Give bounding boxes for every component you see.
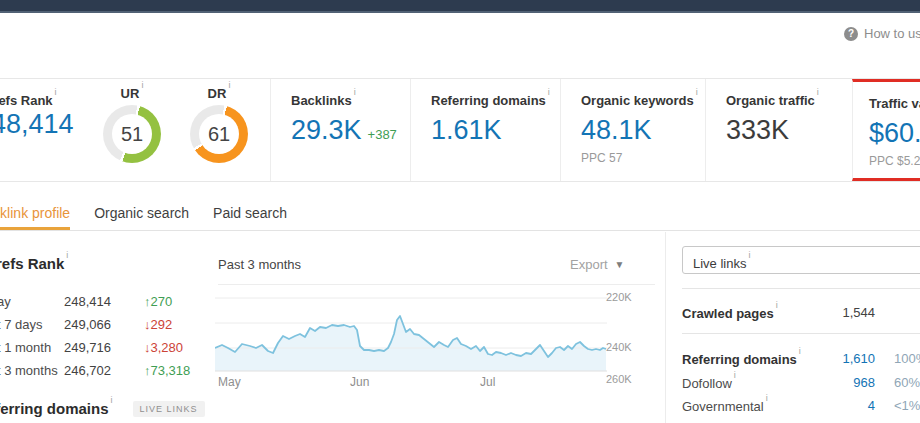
backlinks-delta: +387 bbox=[368, 127, 397, 142]
traffic-value-value[interactable]: $60.5K bbox=[869, 118, 920, 149]
export-button[interactable]: Export ▼ bbox=[570, 257, 624, 272]
rank-change: ↑270 bbox=[144, 294, 172, 309]
ahrefs-rank-value[interactable]: 248,414 bbox=[0, 109, 74, 140]
live-links-filter-dropdown[interactable]: Live linksi bbox=[682, 246, 920, 274]
organic-keywords-label: Organic keywordsi bbox=[581, 92, 705, 108]
referring-domains-row: Referring domainsi 1,610 100% bbox=[682, 351, 920, 367]
crawled-pages-row: Crawled pagesi 1,544 bbox=[682, 305, 920, 321]
metric-traffic-value-highlighted: Traffic valuei $60.5K PPC $5.2K bbox=[852, 79, 920, 181]
chart-period-label: Past 3 months bbox=[218, 257, 301, 272]
y-tick-240k: 240K bbox=[606, 341, 632, 353]
info-icon: i bbox=[66, 250, 68, 260]
y-tick-220k: 220K bbox=[606, 291, 632, 303]
ahrefs-rank-label: Ahrefs Ranki bbox=[0, 92, 57, 108]
tab-organic-search[interactable]: Organic search bbox=[94, 197, 189, 230]
info-icon: i bbox=[354, 87, 356, 97]
how-to-use-link[interactable]: ? How to use bbox=[844, 26, 920, 41]
how-to-use-label: How to use bbox=[864, 26, 920, 41]
tab-backlink-profile[interactable]: Backlink profile bbox=[0, 197, 70, 230]
metric-organic-traffic: Organic traffici 333K bbox=[705, 79, 852, 181]
rank-history-chart bbox=[215, 293, 607, 378]
right-panel-divider bbox=[682, 333, 920, 334]
rank-change: ↓292 bbox=[144, 317, 172, 332]
info-icon: i bbox=[111, 395, 113, 405]
metric-ahrefs-rank: Ahrefs Ranki 248,414 URi 51 DRi 61 bbox=[0, 79, 270, 181]
info-icon: i bbox=[696, 87, 698, 97]
ahrefs-rank-section-title: Ahrefs Ranki bbox=[0, 255, 68, 272]
y-tick-260k: 260K bbox=[606, 373, 632, 385]
x-tick-jun: Jun bbox=[350, 375, 369, 389]
info-icon: i bbox=[228, 80, 230, 90]
dr-gauge: DRi 61 bbox=[189, 85, 249, 163]
referring-domains-section-header: Referring domainsi LIVE LINKS bbox=[0, 400, 205, 417]
dr-donut-chart: 61 bbox=[190, 105, 248, 163]
dofollow-pct: 60% bbox=[894, 375, 920, 390]
chevron-down-icon: ▼ bbox=[615, 259, 625, 270]
governmental-pct: <1% bbox=[894, 398, 920, 413]
ur-value: 51 bbox=[112, 114, 152, 154]
info-icon: i bbox=[748, 250, 750, 260]
rank-row-1-month: Last 1 month 249,716 ↓3,280 bbox=[0, 336, 190, 359]
governmental-count-link[interactable]: 4 bbox=[802, 398, 875, 413]
referring-domains-value[interactable]: 1.61K bbox=[431, 115, 560, 146]
backlinks-label: Backlinksi bbox=[291, 92, 410, 108]
metric-referring-domains: Referring domainsi 1.61K bbox=[410, 79, 560, 181]
organic-keywords-value[interactable]: 48.1K bbox=[581, 115, 705, 146]
right-panel-divider bbox=[682, 288, 920, 289]
question-circle-icon: ? bbox=[844, 27, 858, 41]
top-navigation-bar bbox=[0, 0, 920, 13]
metric-backlinks: Backlinksi 29.3K+387 bbox=[270, 79, 410, 181]
referring-domains-pct: 100% bbox=[894, 351, 920, 366]
governmental-row: Governmentali 4 <1% bbox=[682, 398, 920, 414]
tab-paid-search[interactable]: Paid search bbox=[213, 197, 287, 230]
ur-label: URi bbox=[102, 85, 162, 101]
dr-value: 61 bbox=[199, 114, 239, 154]
traffic-value-label: Traffic valuei bbox=[869, 95, 920, 111]
live-links-badge: LIVE LINKS bbox=[133, 401, 205, 417]
section-tabs: Backlink profile Organic search Paid sea… bbox=[0, 197, 920, 231]
dr-label: DRi bbox=[189, 85, 249, 101]
backlinks-value[interactable]: 29.3K+387 bbox=[291, 115, 410, 146]
referring-domains-count-link[interactable]: 1,610 bbox=[802, 351, 875, 366]
info-icon: i bbox=[548, 87, 550, 97]
referring-domains-label: Referring domainsi bbox=[431, 92, 560, 108]
referring-domains-section-title: Referring domainsi bbox=[0, 400, 113, 417]
dofollow-count-link[interactable]: 968 bbox=[802, 375, 875, 390]
info-icon: i bbox=[776, 300, 778, 310]
x-tick-jul: Jul bbox=[480, 375, 495, 389]
info-icon: i bbox=[55, 87, 57, 97]
ahrefs-rank-history-table: Today 248,414 ↑270 Last 7 days 249,066 ↓… bbox=[0, 290, 190, 382]
ur-donut-chart: 51 bbox=[103, 105, 161, 163]
ur-gauge: URi 51 bbox=[102, 85, 162, 163]
chart-header-divider bbox=[218, 284, 655, 285]
info-icon: i bbox=[141, 80, 143, 90]
metrics-row: Ahrefs Ranki 248,414 URi 51 DRi 61 Backl… bbox=[0, 78, 920, 182]
dofollow-row: Dofollowi 968 60% bbox=[682, 375, 920, 391]
x-tick-may: May bbox=[218, 375, 241, 389]
info-icon: i bbox=[799, 346, 801, 356]
crawled-pages-value: 1,544 bbox=[802, 305, 875, 320]
column-divider bbox=[665, 232, 666, 423]
rank-change: ↓3,280 bbox=[144, 340, 183, 355]
organic-traffic-value: 333K bbox=[726, 115, 852, 146]
info-icon: i bbox=[734, 370, 736, 380]
site-explorer-dashboard: ? How to use Ahrefs Ranki 248,414 URi 51… bbox=[0, 0, 920, 423]
rank-row-7-days: Last 7 days 249,066 ↓292 bbox=[0, 313, 190, 336]
rank-row-3-months: Last 3 months 246,702 ↑73,318 bbox=[0, 359, 190, 382]
info-icon: i bbox=[766, 393, 768, 403]
traffic-value-ppc: PPC $5.2K bbox=[869, 154, 920, 168]
info-icon: i bbox=[817, 87, 819, 97]
organic-traffic-label: Organic traffici bbox=[726, 92, 852, 108]
metric-organic-keywords: Organic keywordsi 48.1K PPC 57 bbox=[560, 79, 705, 181]
organic-keywords-ppc: PPC 57 bbox=[581, 151, 705, 165]
rank-row-today: Today 248,414 ↑270 bbox=[0, 290, 190, 313]
rank-change: ↑73,318 bbox=[144, 363, 190, 378]
